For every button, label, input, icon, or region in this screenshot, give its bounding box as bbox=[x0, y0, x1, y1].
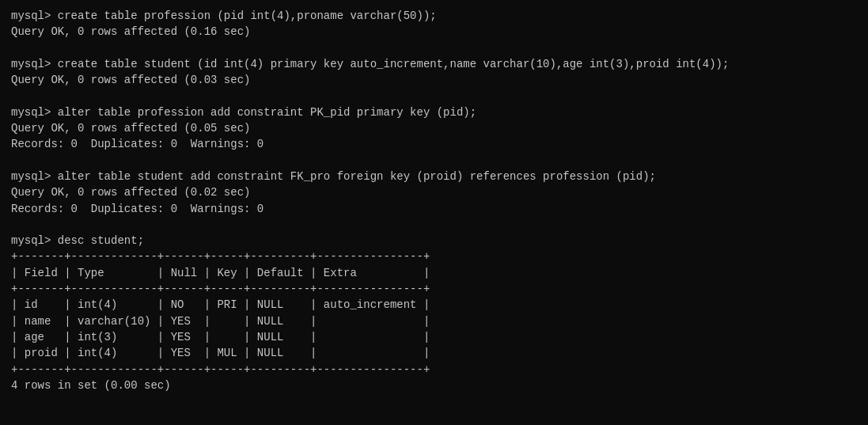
terminal-output: mysql> create table profession (pid int(… bbox=[11, 8, 857, 393]
